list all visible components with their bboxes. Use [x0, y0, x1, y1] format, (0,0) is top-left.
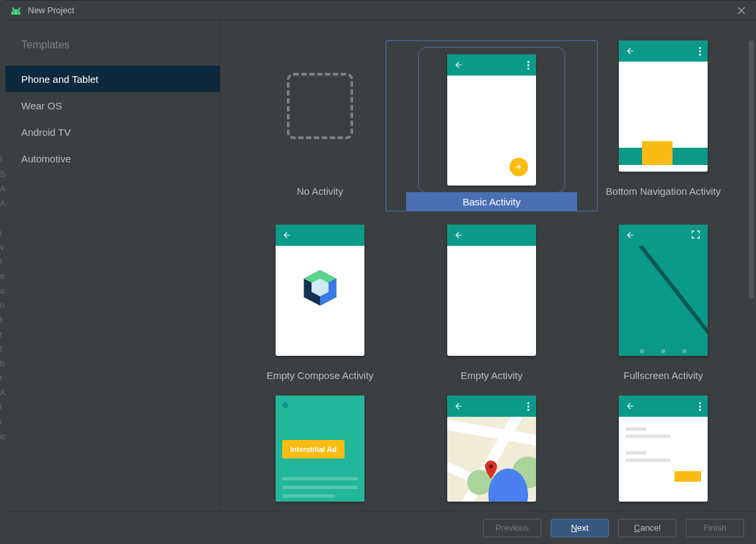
template-label: Bottom Navigation Activity: [584, 184, 743, 198]
more-icon: [527, 61, 529, 70]
map-pin-icon: [484, 461, 498, 481]
vertical-scrollbar[interactable]: [747, 40, 756, 470]
sidebar-section-title: Templates: [5, 36, 220, 66]
titlebar: New Project: [5, 1, 756, 21]
button-label: Next: [571, 523, 589, 533]
templates-panel: No Activity: [221, 21, 756, 511]
sidebar-item-label: Phone and Tablet: [21, 74, 99, 85]
android-icon: [11, 5, 21, 16]
ad-badge: Interstitial Ad: [282, 440, 345, 459]
template-no-activity[interactable]: No Activity: [241, 40, 400, 211]
more-icon: [699, 402, 701, 411]
previous-button[interactable]: Previous: [483, 519, 541, 537]
template-label: Basic Activity: [406, 192, 577, 211]
template-label: Fullscreen Activity: [584, 368, 743, 382]
template-scrolling-activity[interactable]: [584, 396, 743, 502]
template-empty-compose-activity[interactable]: Empty Compose Activity: [241, 225, 400, 382]
fullscreen-icon: [690, 229, 701, 242]
sidebar-item-automotive[interactable]: Automotive: [5, 145, 220, 172]
dashed-box-icon: [287, 73, 353, 139]
button-label: Cancel: [634, 523, 661, 533]
background-editor-text: I S A A i v t o o n t t f b t A l i io: [0, 152, 5, 444]
compose-logo-icon: [276, 267, 364, 309]
button-label: Finish: [704, 523, 727, 533]
sidebar-item-phone-and-tablet[interactable]: Phone and Tablet: [5, 66, 220, 92]
map-preview-body: [447, 417, 536, 502]
template-bottom-navigation-activity[interactable]: Bottom Navigation Activity: [584, 40, 743, 211]
more-icon: [699, 47, 701, 56]
back-arrow-icon: [625, 231, 635, 240]
dialog-footer: Previous Next Cancel Finish: [5, 511, 756, 544]
back-arrow-icon: [625, 46, 635, 56]
scrollbar-thumb[interactable]: [749, 40, 754, 299]
sidebar-item-label: Wear OS: [21, 100, 62, 111]
template-fullscreen-activity[interactable]: Fullscreen Activity: [584, 225, 743, 382]
back-arrow-icon: [454, 402, 463, 411]
new-project-dialog: New Project Templates Phone and Tablet W…: [5, 0, 756, 544]
dialog-body: Templates Phone and Tablet Wear OS Andro…: [5, 21, 756, 511]
template-empty-activity[interactable]: Empty Activity: [412, 225, 571, 382]
ad-preview-body: Interstitial Ad: [276, 396, 364, 502]
back-arrow-icon: [454, 60, 463, 70]
next-button[interactable]: Next: [551, 519, 609, 537]
template-interstitial-ad[interactable]: Interstitial Ad: [241, 396, 400, 502]
template-label: Empty Compose Activity: [241, 368, 400, 382]
more-icon: [527, 402, 529, 411]
scroll-preview-body: [619, 417, 708, 502]
template-maps-activity[interactable]: [412, 396, 571, 502]
template-basic-activity[interactable]: + Basic Activity: [412, 40, 571, 211]
back-arrow-icon: [454, 231, 463, 240]
sidebar-item-wear-os[interactable]: Wear OS: [5, 92, 220, 119]
fullscreen-preview-body: [619, 246, 708, 356]
sidebar-item-label: Android TV: [21, 127, 71, 138]
template-label: No Activity: [241, 184, 400, 198]
back-arrow-icon: [625, 402, 635, 411]
back-arrow-icon: [282, 231, 292, 240]
cancel-button[interactable]: Cancel: [618, 519, 676, 537]
templates-grid: No Activity: [221, 21, 756, 508]
sidebar: Templates Phone and Tablet Wear OS Andro…: [5, 21, 221, 511]
dialog-title: New Project: [28, 5, 74, 15]
finish-button[interactable]: Finish: [686, 519, 744, 537]
bottom-nav-icon: [619, 148, 708, 165]
fab-plus-icon: +: [510, 158, 528, 176]
svg-point-4: [489, 464, 494, 469]
button-label: Previous: [496, 523, 529, 533]
sidebar-item-android-tv[interactable]: Android TV: [5, 119, 220, 145]
sidebar-item-label: Automotive: [21, 153, 71, 164]
template-label: Empty Activity: [412, 368, 571, 382]
close-button[interactable]: [732, 3, 751, 18]
